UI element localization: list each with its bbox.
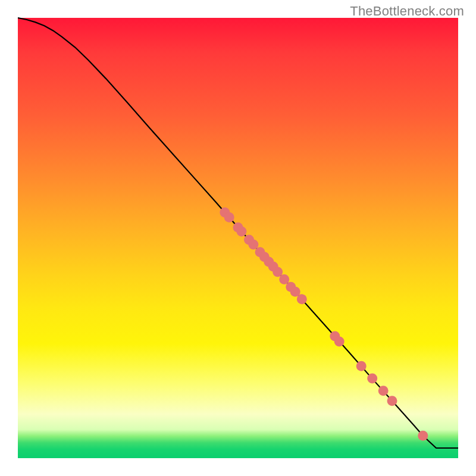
scatter-marker [418, 431, 428, 441]
watermark-text: TheBottleneck.com [350, 4, 464, 19]
scatter-marker [297, 294, 307, 304]
scatter-marker [236, 226, 246, 236]
scatter-marker [224, 212, 234, 223]
scatter-marker [387, 396, 397, 406]
scatter-marker [334, 336, 345, 346]
chart-overlay-svg [18, 18, 458, 458]
scatter-marker [356, 361, 367, 371]
scatter-marker [378, 386, 389, 396]
chart-frame: TheBottleneck.com [0, 0, 476, 476]
scatter-marker [367, 374, 377, 384]
